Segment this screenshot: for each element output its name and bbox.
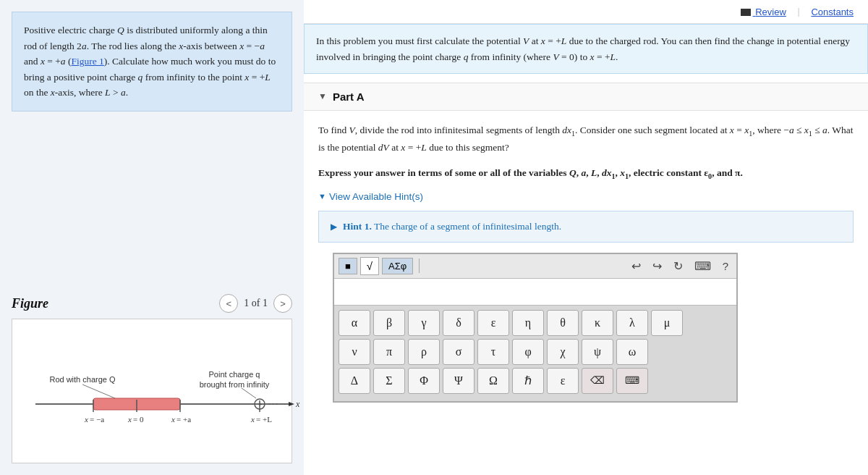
key-phi-upper[interactable]: Φ bbox=[408, 368, 440, 394]
problem-text: Positive electric charge Q is distribute… bbox=[24, 22, 280, 101]
figure-svg: x = −a x = 0 x = +a + x = +L x Rod with … bbox=[21, 328, 303, 462]
key-delta-lower[interactable]: δ bbox=[443, 310, 475, 336]
svg-text:= +a: = +a bbox=[176, 415, 191, 424]
svg-text:= 0: = 0 bbox=[133, 415, 144, 424]
figure-nav: < 1 of 1 > bbox=[219, 294, 292, 313]
keyboard-row-1: α β γ δ ε η θ κ λ μ bbox=[339, 310, 732, 336]
review-link[interactable]: Review bbox=[741, 7, 786, 17]
greek-button[interactable]: ΑΣφ bbox=[382, 258, 413, 274]
svg-text:= −a: = −a bbox=[90, 415, 104, 424]
redo-button[interactable]: ↪ bbox=[649, 258, 665, 274]
view-hints-label: View Available Hint(s) bbox=[329, 191, 423, 202]
math-keyboard: α β γ δ ε η θ κ λ μ ν π ρ σ τ bbox=[334, 305, 736, 401]
part-a-arrow: ▼ bbox=[318, 91, 327, 102]
key-chi[interactable]: χ bbox=[547, 339, 579, 365]
key-kappa[interactable]: κ bbox=[582, 310, 613, 336]
svg-text:brought from infinity: brought from infinity bbox=[200, 380, 270, 389]
bold-instruction: Express your answer in terms of some or … bbox=[318, 165, 854, 182]
svg-text:= +L: = +L bbox=[256, 415, 272, 424]
hint-1-text: Hint 1. The charge of a segment of infin… bbox=[343, 219, 561, 235]
svg-text:+: + bbox=[258, 400, 263, 408]
key-rho[interactable]: ρ bbox=[408, 339, 440, 365]
keyboard-row-2: ν π ρ σ τ φ χ ψ ω bbox=[339, 339, 732, 365]
key-nu[interactable]: ν bbox=[339, 339, 370, 365]
svg-text:x: x bbox=[84, 415, 88, 424]
key-psi-lower[interactable]: ψ bbox=[582, 339, 613, 365]
hints-triangle: ▼ bbox=[318, 192, 326, 201]
math-input-field[interactable] bbox=[334, 279, 736, 305]
hint-1-body: The charge of a segment of infinitesimal… bbox=[374, 221, 561, 232]
svg-text:Rod with charge Q: Rod with charge Q bbox=[49, 375, 116, 384]
key-beta[interactable]: β bbox=[373, 310, 405, 336]
key-hbar[interactable]: ℏ bbox=[512, 368, 544, 394]
svg-line-19 bbox=[82, 384, 115, 398]
question-text: To find V, divide the rod into infinites… bbox=[318, 122, 854, 156]
separator: | bbox=[798, 6, 800, 17]
key-psi-upper[interactable]: Ψ bbox=[443, 368, 475, 394]
greek-label: ΑΣφ bbox=[388, 261, 407, 272]
figure-diagram: x = −a x = 0 x = +a + x = +L x Rod with … bbox=[12, 319, 292, 463]
hint-info-box: In this problem you must first calculate… bbox=[304, 24, 868, 74]
right-panel: Review | Constants In this problem you m… bbox=[304, 0, 868, 475]
sqrt-button[interactable]: √ bbox=[360, 257, 379, 275]
key-omega-upper[interactable]: Ω bbox=[477, 368, 509, 394]
key-mu[interactable]: μ bbox=[651, 310, 683, 336]
hint-1-label: Hint 1. bbox=[343, 221, 372, 232]
figure-link[interactable]: Figure 1 bbox=[71, 56, 103, 67]
prev-figure-button[interactable]: < bbox=[219, 294, 238, 313]
key-gamma[interactable]: γ bbox=[408, 310, 440, 336]
key-alpha[interactable]: α bbox=[339, 310, 370, 336]
key-lambda[interactable]: λ bbox=[616, 310, 648, 336]
view-hints[interactable]: ▼ View Available Hint(s) bbox=[318, 191, 854, 202]
key-tau[interactable]: τ bbox=[477, 339, 509, 365]
matrix-icon: ■ bbox=[345, 261, 351, 272]
key-eta[interactable]: η bbox=[512, 310, 544, 336]
key-sigma-upper[interactable]: Σ bbox=[373, 368, 405, 394]
constants-link[interactable]: Constants bbox=[811, 7, 854, 17]
undo-button[interactable]: ↩ bbox=[628, 258, 644, 274]
svg-text:x: x bbox=[295, 399, 300, 409]
svg-text:x: x bbox=[250, 415, 255, 424]
keyboard-row-3: Δ Σ Φ Ψ Ω ℏ ε ⌫ ⌨ bbox=[339, 368, 732, 394]
figure-title: Figure bbox=[12, 296, 48, 311]
keyboard-icon-key[interactable]: ⌨ bbox=[616, 368, 648, 394]
svg-line-22 bbox=[242, 388, 256, 398]
review-label: Review bbox=[755, 7, 786, 17]
top-bar: Review | Constants bbox=[304, 0, 868, 24]
problem-box: Positive electric charge Q is distribute… bbox=[12, 12, 292, 112]
help-button[interactable]: ? bbox=[719, 258, 732, 274]
part-a-header[interactable]: ▼ Part A bbox=[304, 83, 868, 111]
review-icon bbox=[741, 9, 751, 16]
math-input-container: ■ √ ΑΣφ ↩ ↪ ↻ ⌨ ? bbox=[333, 253, 738, 403]
hint-1-triangle: ▶ bbox=[331, 220, 337, 234]
math-toolbar: ■ √ ΑΣφ ↩ ↪ ↻ ⌨ ? bbox=[334, 254, 736, 279]
key-theta[interactable]: θ bbox=[547, 310, 579, 336]
key-epsilon-lower[interactable]: ε bbox=[477, 310, 509, 336]
matrix-button[interactable]: ■ bbox=[339, 258, 357, 274]
key-phi-lower[interactable]: φ bbox=[512, 339, 544, 365]
key-varepsilon[interactable]: ε bbox=[547, 368, 579, 394]
keyboard-toggle-button[interactable]: ⌨ bbox=[691, 258, 715, 274]
toolbar-divider bbox=[419, 258, 420, 273]
svg-marker-1 bbox=[289, 402, 294, 406]
hint-1-item[interactable]: ▶ Hint 1. The charge of a segment of inf… bbox=[318, 211, 854, 243]
math-action-btns: ↩ ↪ ↻ ⌨ ? bbox=[628, 258, 732, 274]
key-pi[interactable]: π bbox=[373, 339, 405, 365]
next-figure-button[interactable]: > bbox=[273, 294, 292, 313]
key-omega[interactable]: ω bbox=[616, 339, 648, 365]
refresh-button[interactable]: ↻ bbox=[670, 258, 686, 274]
left-panel: Positive electric charge Q is distribute… bbox=[0, 0, 304, 475]
svg-text:Point charge q: Point charge q bbox=[209, 370, 260, 379]
svg-text:x: x bbox=[171, 415, 175, 424]
figure-counter: 1 of 1 bbox=[244, 298, 268, 309]
part-a-content: To find V, divide the rod into infinites… bbox=[304, 111, 868, 425]
figure-section: Figure < 1 of 1 > x = −a bbox=[12, 294, 292, 463]
part-a-label: Part A bbox=[333, 91, 365, 103]
key-delta-upper[interactable]: Δ bbox=[339, 368, 370, 394]
svg-text:x: x bbox=[127, 415, 132, 424]
backspace-key[interactable]: ⌫ bbox=[582, 368, 613, 394]
figure-header: Figure < 1 of 1 > bbox=[12, 294, 292, 313]
key-sigma-lower[interactable]: σ bbox=[443, 339, 475, 365]
hint-info-text: In this problem you must first calculate… bbox=[316, 33, 856, 64]
sqrt-icon: √ bbox=[367, 260, 373, 272]
